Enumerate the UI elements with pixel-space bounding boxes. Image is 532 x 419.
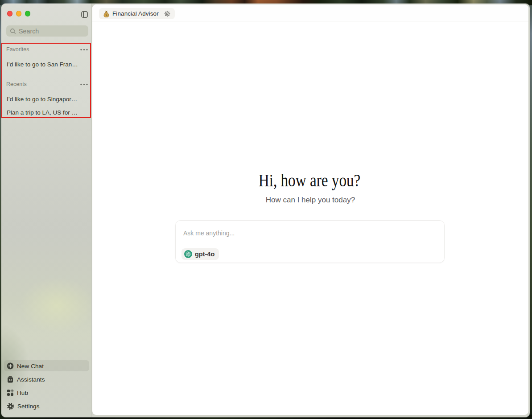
svg-text:$: $ xyxy=(106,13,107,17)
